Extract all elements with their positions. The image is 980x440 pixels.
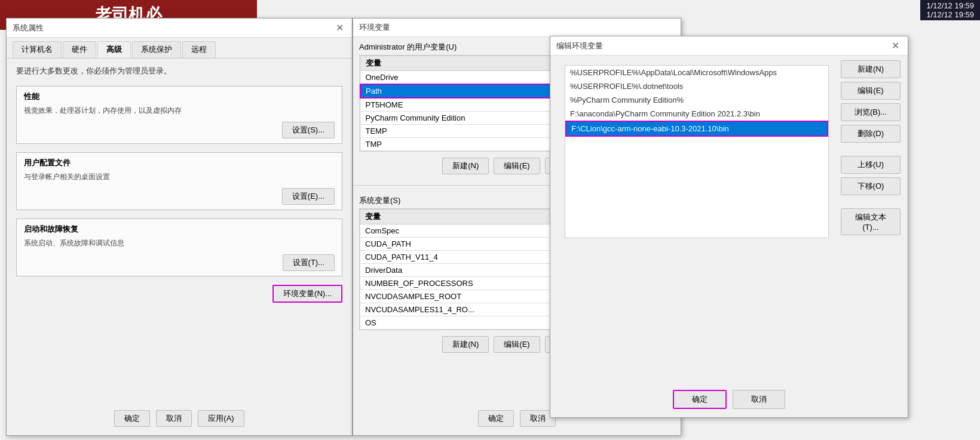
edit-text-btn[interactable]: 编辑文本(T)... (841, 208, 901, 235)
user-profile-title: 用户配置文件 (24, 158, 335, 168)
sys-props-bottom-btns: 确定 取消 应用(A) (7, 410, 352, 427)
sys-props-content: 要进行大多数更改，你必须作为管理员登录。 性能 视觉效果，处理器计划，内存使用，… (7, 59, 352, 310)
edit-env-title: 编辑环境变量 (556, 41, 603, 51)
edit-env-close[interactable]: ✕ (889, 40, 902, 51)
list-item[interactable]: %USERPROFILE%\AppData\Local\Microsoft\Wi… (565, 66, 828, 79)
timestamp-line1: 1/12/12 19:59 (926, 1, 974, 10)
edit-env-list: %USERPROFILE%\AppData\Local\Microsoft\Wi… (565, 65, 829, 238)
sys-props-window: 系统属性 ✕ 计算机名 硬件 高级 系统保护 远程 要进行大多数更改，你必须作为… (6, 18, 353, 436)
performance-section: 性能 视觉效果，处理器计划，内存使用，以及虚拟内存 设置(S)... (16, 86, 342, 144)
env-vars-title: 环境变量 (359, 22, 390, 33)
edit-new-btn[interactable]: 新建(N) (841, 60, 901, 78)
performance-title: 性能 (24, 91, 335, 102)
edit-delete-btn[interactable]: 删除(D) (841, 125, 901, 143)
list-item[interactable]: %USERPROFILE%\.dotnet\tools (565, 79, 828, 93)
tab-hardware[interactable]: 硬件 (63, 41, 96, 58)
edit-move-down-btn[interactable]: 下移(O) (841, 177, 901, 195)
sys-props-tabs: 计算机名 硬件 高级 系统保护 远程 (7, 38, 352, 59)
tab-advanced[interactable]: 高级 (97, 41, 131, 58)
user-vars-new-btn[interactable]: 新建(N) (442, 158, 489, 174)
user-profile-settings-btn[interactable]: 设置(E)... (282, 188, 335, 205)
sys-vars-new-btn[interactable]: 新建(N) (442, 336, 489, 353)
env-vars-ok-btn[interactable]: 确定 (478, 410, 514, 427)
sys-props-cancel-btn[interactable]: 取消 (156, 410, 192, 427)
edit-env-ok-btn[interactable]: 确定 (673, 390, 727, 409)
user-profile-section: 用户配置文件 与登录帐户相关的桌面设置 设置(E)... (16, 152, 342, 210)
edit-env-cancel-btn[interactable]: 取消 (733, 390, 785, 409)
startup-recovery-desc: 系统启动、系统故障和调试信息 (24, 238, 335, 248)
timestamp-area: 1/12/12 19:59 1/12/12 19:59 (920, 0, 980, 20)
edit-move-up-btn[interactable]: 上移(U) (841, 156, 901, 174)
sys-props-close[interactable]: ✕ (333, 22, 346, 33)
user-vars-edit-btn[interactable]: 编辑(E) (494, 158, 540, 174)
env-vars-btn[interactable]: 环境变量(N)... (272, 285, 342, 303)
edit-edit-btn[interactable]: 编辑(E) (841, 82, 901, 100)
timestamp-line2: 1/12/12 19:59 (926, 10, 974, 19)
sys-props-ok-btn[interactable]: 确定 (114, 410, 150, 427)
performance-desc: 视觉效果，处理器计划，内存使用，以及虚拟内存 (24, 106, 335, 116)
startup-recovery-settings-btn[interactable]: 设置(T)... (283, 254, 335, 271)
tab-sys-protection[interactable]: 系统保护 (132, 41, 181, 58)
edit-env-window: 编辑环境变量 ✕ %USERPROFILE%\AppData\Local\Mic… (550, 36, 908, 418)
sys-vars-edit-btn[interactable]: 编辑(E) (494, 336, 540, 353)
user-profile-desc: 与登录帐户相关的桌面设置 (24, 172, 335, 182)
edit-env-titlebar: 编辑环境变量 ✕ (550, 36, 908, 56)
sys-props-titlebar: 系统属性 ✕ (7, 19, 352, 38)
env-vars-titlebar: 环境变量 (353, 19, 681, 37)
tab-remote[interactable]: 远程 (182, 41, 216, 58)
edit-path-input[interactable] (571, 124, 822, 133)
edit-browse-btn[interactable]: 浏览(B)... (841, 103, 901, 121)
list-item[interactable]: F:\anaconda\PyCharm Community Edition 20… (565, 107, 828, 121)
sys-props-apply-btn[interactable]: 应用(A) (198, 410, 244, 427)
sys-props-title: 系统属性 (13, 23, 44, 33)
tab-computer-name[interactable]: 计算机名 (13, 41, 62, 58)
performance-settings-btn[interactable]: 设置(S)... (282, 122, 335, 139)
warning-text: 要进行大多数更改，你必须作为管理员登录。 (16, 66, 342, 76)
startup-recovery-title: 启动和故障恢复 (24, 224, 335, 235)
list-item-selected[interactable] (565, 121, 828, 137)
list-item[interactable]: %PyCharm Community Edition% (565, 93, 828, 107)
startup-recovery-section: 启动和故障恢复 系统启动、系统故障和调试信息 设置(T)... (16, 219, 342, 276)
